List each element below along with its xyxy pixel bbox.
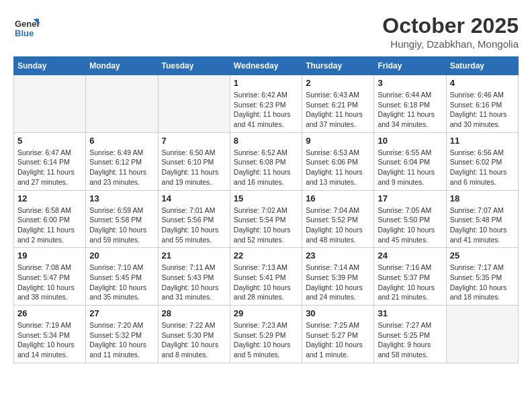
weekday-header: Friday [374,57,446,75]
month-title: October 2025 [382,13,519,38]
calendar-week-row: 26Sunrise: 7:19 AM Sunset: 5:34 PM Dayli… [14,306,519,363]
calendar-cell [446,306,518,363]
day-number: 19 [17,250,82,261]
weekday-header: Saturday [446,57,518,75]
day-info: Sunrise: 7:02 AM Sunset: 5:54 PM Dayligh… [234,205,298,245]
day-number: 23 [306,250,370,261]
weekday-header: Wednesday [230,57,302,75]
day-number: 13 [89,193,154,203]
day-info: Sunrise: 7:13 AM Sunset: 5:41 PM Dayligh… [234,263,298,302]
day-number: 8 [234,136,298,146]
day-number: 27 [89,308,154,318]
day-number: 24 [378,250,442,261]
calendar-cell: 7Sunrise: 6:50 AM Sunset: 6:10 PM Daylig… [158,132,230,190]
day-info: Sunrise: 7:19 AM Sunset: 5:34 PM Dayligh… [17,320,82,360]
calendar-cell: 2Sunrise: 6:43 AM Sunset: 6:21 PM Daylig… [302,75,374,133]
calendar-cell: 9Sunrise: 6:53 AM Sunset: 6:06 PM Daylig… [302,132,374,190]
calendar-cell: 22Sunrise: 7:13 AM Sunset: 5:41 PM Dayli… [230,248,302,306]
calendar-cell: 5Sunrise: 6:47 AM Sunset: 6:14 PM Daylig… [14,132,86,190]
day-number: 7 [162,136,226,146]
day-number: 12 [17,193,82,203]
day-info: Sunrise: 6:56 AM Sunset: 6:02 PM Dayligh… [450,148,515,187]
day-info: Sunrise: 6:58 AM Sunset: 6:00 PM Dayligh… [17,205,82,245]
day-info: Sunrise: 7:22 AM Sunset: 5:30 PM Dayligh… [162,320,226,360]
weekday-header: Thursday [302,57,374,75]
day-info: Sunrise: 6:43 AM Sunset: 6:21 PM Dayligh… [306,90,370,130]
calendar-cell: 20Sunrise: 7:10 AM Sunset: 5:45 PM Dayli… [86,248,158,306]
calendar-cell: 4Sunrise: 6:46 AM Sunset: 6:16 PM Daylig… [446,75,518,133]
calendar-cell: 8Sunrise: 6:52 AM Sunset: 6:08 PM Daylig… [230,132,302,190]
day-info: Sunrise: 6:50 AM Sunset: 6:10 PM Dayligh… [162,148,226,187]
calendar-cell: 21Sunrise: 7:11 AM Sunset: 5:43 PM Dayli… [158,248,230,306]
day-number: 15 [234,193,298,203]
weekday-header: Sunday [14,57,86,75]
calendar-cell [158,75,230,133]
day-number: 4 [450,78,515,88]
day-number: 26 [17,308,82,318]
calendar-cell: 17Sunrise: 7:05 AM Sunset: 5:50 PM Dayli… [374,190,446,248]
day-info: Sunrise: 7:08 AM Sunset: 5:47 PM Dayligh… [17,263,82,302]
day-number: 29 [234,308,298,318]
day-info: Sunrise: 7:01 AM Sunset: 5:56 PM Dayligh… [162,205,226,245]
day-info: Sunrise: 7:14 AM Sunset: 5:39 PM Dayligh… [306,263,370,302]
day-info: Sunrise: 6:42 AM Sunset: 6:23 PM Dayligh… [234,90,298,130]
calendar-header-row: SundayMondayTuesdayWednesdayThursdayFrid… [14,57,519,75]
page-header: General Blue October 2025 Hungiy, Dzabkh… [13,13,519,50]
day-number: 25 [450,250,515,261]
weekday-header: Monday [86,57,158,75]
day-number: 1 [234,78,298,88]
logo-icon: General Blue [13,13,40,40]
day-info: Sunrise: 7:07 AM Sunset: 5:48 PM Dayligh… [450,205,515,245]
day-info: Sunrise: 7:27 AM Sunset: 5:25 PM Dayligh… [378,320,442,360]
calendar-cell: 31Sunrise: 7:27 AM Sunset: 5:25 PM Dayli… [374,306,446,363]
calendar-cell: 3Sunrise: 6:44 AM Sunset: 6:18 PM Daylig… [374,75,446,133]
day-number: 18 [450,193,515,203]
calendar-week-row: 12Sunrise: 6:58 AM Sunset: 6:00 PM Dayli… [14,190,519,248]
calendar-cell: 13Sunrise: 6:59 AM Sunset: 5:58 PM Dayli… [86,190,158,248]
day-info: Sunrise: 6:55 AM Sunset: 6:04 PM Dayligh… [378,148,442,187]
calendar-cell [86,75,158,133]
day-info: Sunrise: 7:16 AM Sunset: 5:37 PM Dayligh… [378,263,442,302]
day-number: 11 [450,136,515,146]
calendar-week-row: 1Sunrise: 6:42 AM Sunset: 6:23 PM Daylig… [14,75,519,133]
day-info: Sunrise: 7:10 AM Sunset: 5:45 PM Dayligh… [89,263,154,302]
day-number: 28 [162,308,226,318]
calendar-cell: 1Sunrise: 6:42 AM Sunset: 6:23 PM Daylig… [230,75,302,133]
calendar-cell: 26Sunrise: 7:19 AM Sunset: 5:34 PM Dayli… [14,306,86,363]
day-info: Sunrise: 6:47 AM Sunset: 6:14 PM Dayligh… [17,148,82,187]
day-info: Sunrise: 7:17 AM Sunset: 5:35 PM Dayligh… [450,263,515,302]
day-info: Sunrise: 7:11 AM Sunset: 5:43 PM Dayligh… [162,263,226,302]
calendar-week-row: 19Sunrise: 7:08 AM Sunset: 5:47 PM Dayli… [14,248,519,306]
calendar-cell: 28Sunrise: 7:22 AM Sunset: 5:30 PM Dayli… [158,306,230,363]
calendar-cell: 29Sunrise: 7:23 AM Sunset: 5:29 PM Dayli… [230,306,302,363]
calendar-cell: 18Sunrise: 7:07 AM Sunset: 5:48 PM Dayli… [446,190,518,248]
logo: General Blue [13,13,43,40]
day-info: Sunrise: 6:59 AM Sunset: 5:58 PM Dayligh… [89,205,154,245]
day-number: 6 [89,136,154,146]
day-number: 17 [378,193,442,203]
calendar-cell: 27Sunrise: 7:20 AM Sunset: 5:32 PM Dayli… [86,306,158,363]
day-info: Sunrise: 6:52 AM Sunset: 6:08 PM Dayligh… [234,148,298,187]
svg-text:Blue: Blue [15,28,34,38]
calendar-cell: 12Sunrise: 6:58 AM Sunset: 6:00 PM Dayli… [14,190,86,248]
calendar-cell: 25Sunrise: 7:17 AM Sunset: 5:35 PM Dayli… [446,248,518,306]
location: Hungiy, Dzabkhan, Mongolia [382,38,519,50]
day-number: 30 [306,308,370,318]
day-info: Sunrise: 7:20 AM Sunset: 5:32 PM Dayligh… [89,320,154,360]
day-info: Sunrise: 7:04 AM Sunset: 5:52 PM Dayligh… [306,205,370,245]
calendar-cell: 30Sunrise: 7:25 AM Sunset: 5:27 PM Dayli… [302,306,374,363]
calendar-cell [14,75,86,133]
day-number: 20 [89,250,154,261]
day-info: Sunrise: 7:23 AM Sunset: 5:29 PM Dayligh… [234,320,298,360]
day-info: Sunrise: 6:53 AM Sunset: 6:06 PM Dayligh… [306,148,370,187]
day-number: 2 [306,78,370,88]
day-number: 16 [306,193,370,203]
calendar-table: SundayMondayTuesdayWednesdayThursdayFrid… [13,56,519,363]
title-block: October 2025 Hungiy, Dzabkhan, Mongolia [382,13,519,50]
day-number: 10 [378,136,442,146]
day-info: Sunrise: 7:05 AM Sunset: 5:50 PM Dayligh… [378,205,442,245]
calendar-cell: 10Sunrise: 6:55 AM Sunset: 6:04 PM Dayli… [374,132,446,190]
day-info: Sunrise: 7:25 AM Sunset: 5:27 PM Dayligh… [306,320,370,360]
calendar-cell: 15Sunrise: 7:02 AM Sunset: 5:54 PM Dayli… [230,190,302,248]
day-number: 9 [306,136,370,146]
